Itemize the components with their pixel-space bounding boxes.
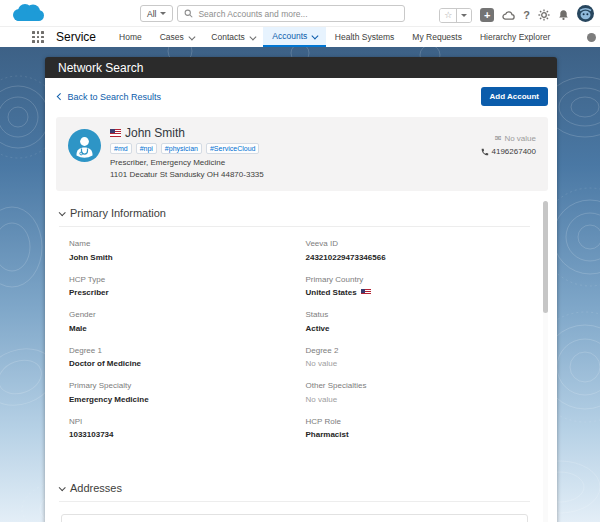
email-row: ✉ No value — [481, 134, 537, 143]
search-scope-dropdown[interactable]: All — [140, 5, 173, 22]
profile-tags: #md #npi #physician #ServiceCloud — [110, 143, 264, 154]
network-search-card: Network Search Back to Search Results Ad… — [45, 57, 557, 522]
phone-value: 4196267400 — [492, 147, 537, 156]
notifications-bell-icon[interactable] — [558, 9, 569, 21]
nav-tabs: Home Cases Contacts Accounts Health Syst… — [110, 27, 559, 47]
field-value: Doctor of Medicine — [69, 359, 294, 368]
star-glyph: ☆ — [444, 10, 452, 20]
field-value: Prescriber — [69, 288, 294, 297]
setup-gear-icon[interactable] — [538, 9, 550, 21]
chevron-down-icon — [59, 484, 66, 491]
chevron-down-icon — [189, 33, 195, 39]
tab-label: My Requests — [412, 32, 462, 42]
global-actions-icon[interactable]: + — [480, 8, 494, 22]
field-npi: NPI 1033103734 — [69, 417, 294, 440]
tab-my-requests[interactable]: My Requests — [403, 27, 471, 47]
profile-name-row: John Smith — [110, 126, 264, 140]
back-link[interactable]: Back to Search Results — [58, 92, 161, 102]
search-input[interactable] — [198, 9, 398, 19]
panel-scrollbar-thumb[interactable] — [543, 201, 548, 313]
salesforce-logo-icon — [10, 2, 46, 24]
field-label: HCP Role — [306, 417, 531, 426]
tag-servicecloud: #ServiceCloud — [206, 143, 260, 154]
profile-summary: John Smith #md #npi #physician #ServiceC… — [56, 117, 548, 191]
field-hcp-type: HCP Type Prescriber — [69, 275, 294, 298]
us-flag-icon — [361, 289, 371, 296]
field-label: Gender — [69, 310, 294, 319]
field-value: John Smith — [69, 253, 294, 262]
field-value: 1033103734 — [69, 430, 294, 439]
field-primary-country: Primary Country United States — [306, 275, 531, 298]
favorites-control: ☆ — [439, 8, 472, 23]
field-label: Degree 1 — [69, 346, 294, 355]
field-gender: Gender Male — [69, 310, 294, 333]
detail-panel: Primary Information Name John Smith Veev… — [56, 199, 548, 522]
field-label: HCP Type — [69, 275, 294, 284]
profile-info: John Smith #md #npi #physician #ServiceC… — [110, 126, 264, 181]
field-label: Veeva ID — [306, 239, 531, 248]
field-label: Primary Specialty — [69, 381, 294, 390]
tab-health-systems[interactable]: Health Systems — [326, 27, 404, 47]
tag-md: #md — [110, 143, 132, 154]
panel-content: Primary Information Name John Smith Veev… — [56, 199, 548, 522]
user-avatar[interactable] — [577, 5, 594, 25]
card-body: Back to Search Results Add Account — [45, 78, 557, 522]
addresses-section-header[interactable]: Addresses — [59, 476, 530, 502]
profile-subtitle: Prescriber, Emergency Medicine — [110, 157, 264, 169]
field-value: 243210229473346566 — [306, 253, 531, 262]
field-primary-specialty: Primary Specialty Emergency Medicine — [69, 381, 294, 404]
tag-npi: #npi — [136, 143, 157, 154]
field-value: United States — [306, 288, 531, 297]
field-degree-1: Degree 1 Doctor of Medicine — [69, 346, 294, 369]
field-hcp-role: HCP Role Pharmacist — [306, 417, 531, 440]
profile-name: John Smith — [125, 126, 185, 140]
us-flag-icon — [110, 129, 121, 137]
field-value: Emergency Medicine — [69, 395, 294, 404]
field-label: Other Specialties — [306, 381, 531, 390]
tab-home[interactable]: Home — [110, 27, 151, 47]
global-header: All ☆ + ? — [0, 0, 600, 27]
field-value: Male — [69, 324, 294, 333]
profile-contact: ✉ No value 4196267400 — [481, 126, 537, 156]
edit-nav-icon[interactable] — [587, 33, 596, 42]
addresses-section: Addresses 1101 Decatur St Sandusky OH 44… — [59, 476, 530, 522]
tab-label: Cases — [160, 32, 184, 42]
tab-label: Hierarchy Explorer — [480, 32, 550, 42]
search-scope-label: All — [147, 9, 156, 19]
page-title-bar: Network Search — [45, 57, 557, 78]
field-value: Active — [306, 324, 531, 333]
phone-icon — [481, 148, 489, 156]
profile-address: 1101 Decatur St Sandusky OH 44870-3335 — [110, 169, 264, 181]
tab-label: Home — [119, 32, 142, 42]
tab-cases[interactable]: Cases — [151, 27, 203, 47]
guidance-center-icon[interactable] — [502, 10, 515, 21]
add-account-button[interactable]: Add Account — [481, 87, 548, 106]
favorites-star-icon[interactable]: ☆ — [440, 9, 457, 22]
country-value: United States — [306, 288, 357, 297]
global-search: All — [140, 5, 405, 22]
tag-physician: #physician — [161, 143, 202, 154]
tab-contacts[interactable]: Contacts — [202, 27, 263, 47]
search-input-container — [177, 5, 405, 22]
field-label: NPI — [69, 417, 294, 426]
field-status: Status Active — [306, 310, 531, 333]
chevron-left-icon — [57, 93, 63, 99]
tab-label: Health Systems — [335, 32, 395, 42]
panel-scrollbar-track[interactable] — [543, 201, 548, 522]
tab-hierarchy-explorer[interactable]: Hierarchy Explorer — [471, 27, 559, 47]
favorites-dropdown[interactable] — [457, 9, 471, 22]
field-label: Status — [306, 310, 531, 319]
screen: All ☆ + ? — [0, 0, 600, 522]
chevron-down-icon — [250, 33, 256, 39]
primary-information-section-header[interactable]: Primary Information — [59, 201, 530, 227]
tab-label: Accounts — [272, 31, 307, 41]
app-launcher-icon[interactable] — [32, 31, 46, 44]
toolbar: Back to Search Results Add Account — [45, 78, 557, 115]
field-degree-2: Degree 2 No value — [306, 346, 531, 369]
tab-accounts[interactable]: Accounts — [263, 27, 325, 47]
field-label: Primary Country — [306, 275, 531, 284]
primary-information-fields: Name John Smith Veeva ID 243210229473346… — [59, 239, 530, 452]
email-value: No value — [504, 134, 536, 143]
help-icon[interactable]: ? — [523, 9, 530, 21]
chevron-down-icon — [312, 32, 318, 38]
